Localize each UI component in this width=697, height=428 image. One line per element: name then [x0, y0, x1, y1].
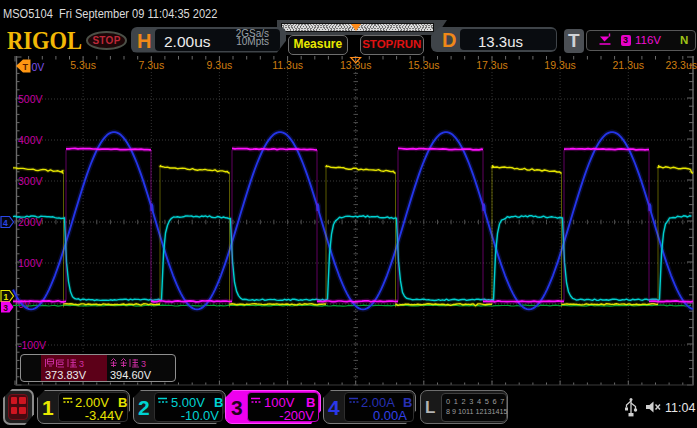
svg-text:15.3us: 15.3us — [408, 59, 440, 71]
svg-text:11.3us: 11.3us — [272, 59, 303, 71]
svg-text:1: 1 — [3, 292, 8, 302]
svg-text:3: 3 — [79, 358, 84, 368]
svg-text:T: T — [23, 62, 29, 72]
svg-text:400V: 400V — [18, 134, 43, 146]
svg-text:17.3us: 17.3us — [476, 59, 508, 71]
svg-text:19.3us: 19.3us — [544, 59, 576, 71]
svg-text:23.3us: 23.3us — [665, 59, 697, 71]
svg-text:0V: 0V — [32, 61, 45, 73]
svg-text:4: 4 — [3, 218, 8, 228]
svg-text:7.3us: 7.3us — [138, 59, 164, 71]
svg-text:3: 3 — [3, 303, 8, 313]
svg-text:-100V: -100V — [18, 339, 46, 351]
svg-text:300V: 300V — [18, 175, 43, 187]
svg-text:5.3us: 5.3us — [70, 59, 96, 71]
svg-text:500V: 500V — [18, 93, 43, 105]
svg-text:9.3us: 9.3us — [207, 59, 233, 71]
svg-text:21.3us: 21.3us — [613, 59, 645, 71]
svg-text:3: 3 — [141, 358, 146, 368]
svg-text:13.3us: 13.3us — [340, 59, 372, 71]
svg-text:100V: 100V — [18, 257, 43, 269]
